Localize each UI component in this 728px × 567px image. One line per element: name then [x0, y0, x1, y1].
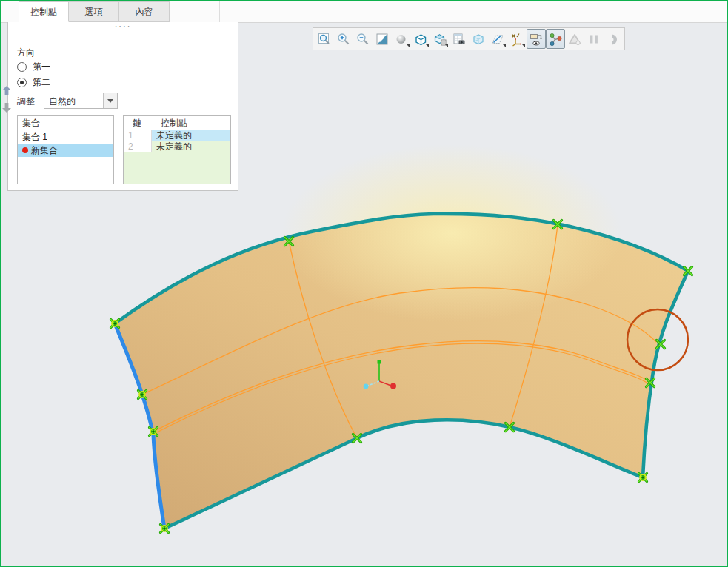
control-point-marker-ringed[interactable]: [111, 320, 119, 328]
dropdown-caret-icon: [522, 44, 525, 47]
zoom-refit-icon: [317, 32, 332, 47]
spin-center-icon: [548, 32, 563, 47]
tab-control-points[interactable]: 控制點: [19, 1, 69, 22]
dashboard-tab-bar: 控制點 選項 內容: [1, 1, 727, 23]
list-item-label: 新集合: [31, 144, 58, 157]
zoom-in-icon: [336, 32, 351, 47]
dropdown-caret-icon: [407, 44, 410, 47]
adjust-combobox[interactable]: 自然的: [44, 93, 118, 109]
list-item-set1[interactable]: 集合 1: [18, 130, 113, 144]
resume-icon: [606, 32, 621, 47]
zoom-out-button[interactable]: [353, 29, 373, 49]
sets-list-header: 集合: [18, 116, 113, 130]
datum-plane-display-button[interactable]: [488, 29, 507, 49]
zoom-refit-button[interactable]: [315, 29, 334, 49]
chevron-down-icon: [107, 99, 113, 103]
graphics-toolbar: [313, 27, 625, 50]
control-point-marker-ringed[interactable]: [161, 525, 169, 533]
tab-strip-trailing-separator: [170, 1, 220, 22]
annotation-display-toggle[interactable]: [527, 29, 546, 49]
control-point-marker-ringed[interactable]: [138, 391, 147, 399]
triad-y-axis: [378, 360, 381, 364]
adjust-combobox-dropdown-button[interactable]: [103, 93, 117, 108]
radio-icon-checked[interactable]: [17, 78, 27, 87]
dropdown-caret-icon: [445, 44, 448, 47]
tab-properties[interactable]: 內容: [119, 1, 170, 22]
radio-direction-first[interactable]: 第一: [17, 61, 50, 73]
column-header-control-points: 控制點: [156, 116, 230, 130]
geometry-checks-button: [565, 29, 584, 49]
datum-display-filters-button[interactable]: [507, 29, 527, 49]
panel-drag-grip[interactable]: ····: [8, 22, 238, 30]
column-header-chain: 鏈: [128, 116, 156, 130]
radio-second-label: 第二: [33, 76, 50, 89]
annotation-eye-icon: [529, 32, 544, 47]
sets-listbox[interactable]: 集合 集合 1 新集合: [17, 115, 114, 184]
control-point-value-cell[interactable]: 未定義的: [152, 141, 230, 152]
zoom-out-icon: [355, 32, 370, 47]
chain-table-header: 鏈 控制點: [124, 116, 230, 130]
resume-button: [604, 29, 623, 49]
spin-center-toggle[interactable]: [546, 29, 565, 49]
control-point-value-cell[interactable]: 未定義的: [152, 130, 230, 141]
triad-x-axis: [390, 383, 396, 389]
shading-style-button[interactable]: [392, 29, 411, 49]
chain-table[interactable]: 鏈 控制點 1 未定義的 2 未定義的: [123, 115, 231, 184]
repaint-button[interactable]: [373, 29, 392, 49]
warning-triangle-icon: [567, 32, 582, 47]
radio-direction-second[interactable]: 第二: [17, 76, 50, 89]
section-view-button[interactable]: [469, 29, 488, 49]
pause-button: [584, 29, 604, 49]
radio-icon-unchecked[interactable]: [17, 62, 27, 72]
saved-views-button[interactable]: [430, 29, 450, 49]
direction-label: 方向: [17, 47, 35, 59]
display-style-button[interactable]: [411, 29, 430, 49]
control-point-marker-ringed[interactable]: [150, 428, 158, 436]
table-row[interactable]: 1 未定義的: [124, 130, 230, 141]
control-points-panel: ···· 方向 第一 第二 調整 自然的 集合 集合 1 新集合 鏈 控制點 1…: [7, 22, 238, 191]
adjust-label: 調整: [17, 95, 35, 108]
zoom-in-button[interactable]: [334, 29, 353, 49]
chain-number-cell: 2: [124, 141, 152, 152]
view-manager-button[interactable]: [450, 29, 469, 49]
table-camera-icon: [452, 32, 467, 47]
table-empty-area: [124, 152, 230, 184]
pause-icon: [587, 32, 601, 47]
active-set-bullet-icon: [22, 147, 28, 153]
list-item-new-set[interactable]: 新集合: [18, 144, 113, 157]
repaint-icon: [375, 32, 390, 47]
dropdown-caret-icon: [426, 44, 429, 47]
control-point-marker-ringed[interactable]: [639, 474, 647, 482]
chain-number-cell: 1: [124, 130, 152, 141]
table-row[interactable]: 2 未定義的: [124, 141, 230, 152]
tab-options[interactable]: 選項: [69, 1, 119, 22]
adjust-combobox-value[interactable]: 自然的: [44, 93, 103, 108]
freeform-surface[interactable]: [115, 144, 688, 529]
triad-z-axis: [364, 384, 369, 389]
radio-first-label: 第一: [33, 61, 50, 73]
dropdown-caret-icon: [503, 44, 506, 47]
translucent-cube-icon: [471, 32, 486, 47]
